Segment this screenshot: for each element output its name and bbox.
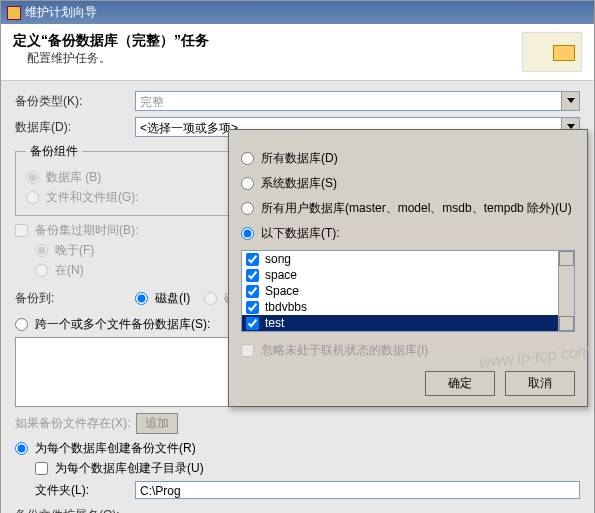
span-files-label: 跨一个或多个文件备份数据库(S): (35, 316, 210, 333)
list-item[interactable]: space (265, 268, 297, 282)
scrollbar[interactable] (558, 251, 574, 331)
scroll-up-icon[interactable] (559, 251, 574, 266)
db-check[interactable] (246, 269, 259, 282)
expire-checkbox (15, 224, 28, 237)
cancel-button[interactable]: 取消 (505, 371, 575, 396)
ext-label: 备份文件扩展名(O): (15, 507, 135, 513)
database-listbox[interactable]: song space Space tbdvbbs test (241, 250, 575, 332)
dest-disk-radio[interactable] (135, 292, 148, 305)
opt-all-radio[interactable] (241, 152, 254, 165)
opt-these-radio[interactable] (241, 227, 254, 240)
opt-these-label: 以下数据库(T): (261, 225, 340, 242)
backup-type-combo: 完整 (135, 91, 580, 111)
subdir-label: 为每个数据库创建子目录(U) (55, 460, 204, 477)
component-fg-radio (26, 191, 39, 204)
databases-label: 数据库(D): (15, 119, 135, 136)
list-item[interactable]: tbdvbbs (265, 300, 307, 314)
subdir-checkbox[interactable] (35, 462, 48, 475)
expire-label: 备份集过期时间(B): (35, 222, 138, 239)
header-illustration (522, 32, 582, 72)
ignore-offline-checkbox (241, 344, 254, 357)
database-dropdown-panel: 所有数据库(D) 系统数据库(S) 所有用户数据库(master、model、m… (228, 129, 588, 407)
db-check[interactable] (246, 253, 259, 266)
expire-after-label: 晚于(F) (55, 242, 94, 259)
list-item[interactable]: song (265, 252, 291, 266)
per-db-file-label: 为每个数据库创建备份文件(R) (35, 440, 196, 457)
opt-all-label: 所有数据库(D) (261, 150, 338, 167)
span-files-radio[interactable] (15, 318, 28, 331)
list-item[interactable]: Space (265, 284, 299, 298)
component-fg-label: 文件和文件组(G): (46, 189, 139, 206)
header: 定义“备份数据库（完整）”任务 配置维护任务。 (1, 24, 594, 81)
expire-after-radio (35, 244, 48, 257)
ignore-offline-label: 忽略未处于联机状态的数据库(I) (261, 342, 428, 359)
component-legend: 备份组件 (26, 143, 82, 160)
page-subtitle: 配置维护任务。 (13, 50, 209, 67)
component-db-label: 数据库 (B) (46, 169, 101, 186)
backup-type-label: 备份类型(K): (15, 93, 135, 110)
window-title: 维护计划向导 (25, 4, 97, 21)
wizard-window: 维护计划向导 定义“备份数据库（完整）”任务 配置维护任务。 备份类型(K): … (0, 0, 595, 513)
expire-on-radio (35, 264, 48, 277)
dest-disk-label: 磁盘(I) (155, 290, 190, 307)
ok-button[interactable]: 确定 (425, 371, 495, 396)
expire-on-label: 在(N) (55, 262, 84, 279)
opt-user-label: 所有用户数据库(master、model、msdb、tempdb 除外)(U) (261, 200, 572, 217)
per-db-file-radio[interactable] (15, 442, 28, 455)
page-title: 定义“备份数据库（完整）”任务 (13, 32, 209, 50)
dest-tape-radio (204, 292, 217, 305)
dest-label: 备份到: (15, 290, 135, 307)
opt-user-radio[interactable] (241, 202, 254, 215)
body: 备份类型(K): 完整 数据库(D): <选择一项或多项> 备份组件 数据库 (… (1, 81, 594, 513)
backup-type-value: 完整 (136, 92, 561, 110)
if-exists-label: 如果备份文件存在(X): (15, 415, 130, 432)
component-db-radio (26, 171, 39, 184)
db-check[interactable] (246, 285, 259, 298)
db-check[interactable] (246, 301, 259, 314)
db-check[interactable] (246, 317, 259, 330)
app-icon (7, 6, 21, 20)
opt-sys-radio[interactable] (241, 177, 254, 190)
folder-input[interactable]: C:\Prog (135, 481, 580, 499)
folder-label: 文件夹(L): (35, 482, 135, 499)
list-item[interactable]: test (265, 316, 284, 330)
titlebar[interactable]: 维护计划向导 (1, 1, 594, 24)
chevron-down-icon (561, 92, 579, 110)
if-exists-combo: 追加 (136, 413, 178, 434)
opt-sys-label: 系统数据库(S) (261, 175, 337, 192)
scroll-down-icon[interactable] (559, 316, 574, 331)
